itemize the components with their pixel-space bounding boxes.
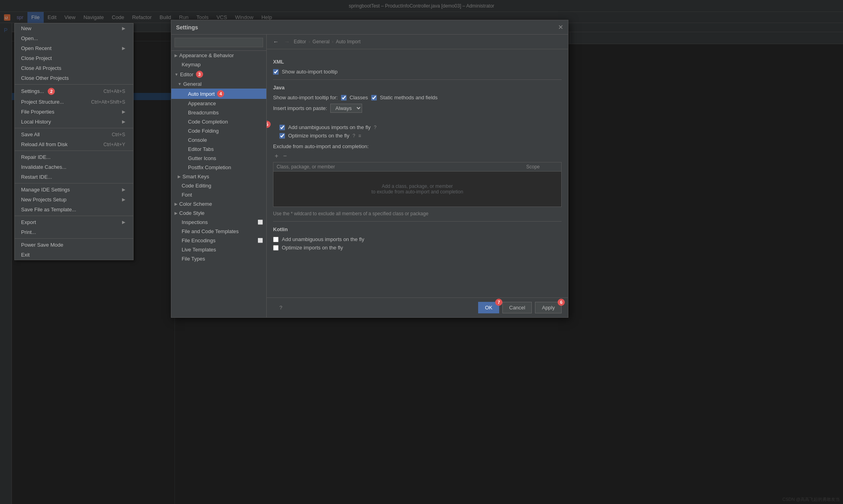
settings-close-button[interactable]: ✕ [558, 23, 563, 31]
menu-new-projects-setup[interactable]: New Projects Setup ▶ [15, 195, 133, 205]
wildcard-note: Use the * wildcard to exclude all member… [273, 211, 492, 216]
menu-new[interactable]: New ▶ [15, 23, 133, 33]
cancel-button[interactable]: Cancel [502, 302, 532, 313]
add-unambiguous-help-icon[interactable]: ? [374, 125, 376, 130]
tree-auto-import[interactable]: Auto Import 4 [171, 89, 266, 99]
settings-dialog: Settings ✕ ▶ Appearance & Behavior [171, 20, 568, 318]
menu-close-project[interactable]: Close Project [15, 53, 133, 63]
menu-open-recent[interactable]: Open Recent ▶ [15, 43, 133, 53]
kotlin-section-label: Kotlin [273, 226, 562, 232]
kotlin-add-unambiguous-checkbox[interactable] [273, 237, 279, 242]
exclude-col-name: Class, package, or member [277, 164, 526, 170]
insert-imports-select[interactable]: Always Ask Never [330, 104, 362, 113]
settings-title: Settings [176, 24, 198, 31]
menu-project-structure[interactable]: Project Structure... Ctrl+Alt+Shift+S [15, 97, 133, 107]
tree-font[interactable]: Font [171, 190, 266, 199]
menu-manage-ide-settings[interactable]: Manage IDE Settings ▶ [15, 185, 133, 195]
divider-1 [15, 84, 133, 85]
divider-2 [15, 128, 133, 128]
badge-5: 5 [267, 121, 271, 128]
ok-badge: 7 [495, 299, 502, 306]
tree-file-types[interactable]: File Types [171, 254, 266, 263]
java-static-label: Static methods and fields [380, 95, 438, 100]
menu-settings[interactable]: Settings... 2 Ctrl+Alt+S [15, 86, 133, 97]
optimize-imports-row: Optimize imports on the fly ? ≡ [279, 133, 562, 139]
menu-close-all-projects[interactable]: Close All Projects [15, 63, 133, 73]
menu-close-other-projects[interactable]: Close Other Projects [15, 73, 133, 83]
tree-code-style[interactable]: ▶ Code Style [171, 209, 266, 218]
tree-keymap[interactable]: Keymap [171, 60, 266, 69]
menu-reload[interactable]: Reload All from Disk Ctrl+Alt+Y [15, 139, 133, 149]
question-button[interactable]: ? [273, 302, 289, 313]
file-dropdown-menu: New ▶ Open... Open Recent ▶ Close Projec… [14, 23, 134, 260]
settings-left-panel: ▶ Appearance & Behavior Keymap ▼ Editor … [171, 35, 267, 317]
settings-search-input[interactable] [174, 38, 263, 47]
tree-breadcrumbs[interactable]: Breadcrumbs [171, 108, 266, 117]
menu-export[interactable]: Export ▶ [15, 217, 133, 227]
settings-tree: ▶ Appearance & Behavior Keymap ▼ Editor … [171, 51, 266, 317]
divider-5 [15, 216, 133, 216]
nav-forward-button[interactable]: → [283, 38, 291, 46]
menu-save-file-as-template[interactable]: Save File as Template... [15, 205, 133, 214]
menu-print[interactable]: Print... [15, 227, 133, 237]
breadcrumb-general: General [312, 39, 329, 44]
menu-restart-ide[interactable]: Restart IDE... [15, 172, 133, 182]
java-classes-checkbox[interactable] [341, 95, 347, 100]
menu-file-properties[interactable]: File Properties ▶ [15, 107, 133, 117]
optimize-imports-help-icon[interactable]: ? [353, 133, 355, 139]
exclude-label: Exclude from auto-import and completion: [273, 143, 562, 149]
tree-general[interactable]: ▼ General [171, 79, 266, 89]
insert-imports-label: Insert imports on paste: [273, 105, 327, 111]
menu-open[interactable]: Open... [15, 33, 133, 43]
tree-postfix-completion[interactable]: Postfix Completion [171, 163, 266, 172]
xml-show-tooltip-checkbox[interactable] [273, 69, 279, 75]
exclude-table-header: Class, package, or member Scope [273, 162, 561, 172]
apply-button-wrap: Apply 6 [535, 302, 562, 313]
exclude-table: Class, package, or member Scope Add a cl… [273, 162, 562, 207]
exclude-remove-button[interactable]: − [281, 152, 288, 160]
tree-appearance-behavior[interactable]: ▶ Appearance & Behavior [171, 51, 266, 60]
tree-code-folding[interactable]: Code Folding [171, 126, 266, 135]
exclude-empty-line2: to exclude from auto-import and completi… [285, 189, 549, 195]
java-show-tooltip-for-row: Show auto-import tooltip for: Classes St… [273, 95, 562, 100]
tree-smart-keys[interactable]: ▶ Smart Keys [171, 172, 266, 181]
tree-inspections[interactable]: Inspections ⬜ [171, 218, 266, 227]
tree-file-code-templates[interactable]: File and Code Templates [171, 227, 266, 236]
breadcrumb-editor: Editor [294, 39, 306, 44]
tree-code-completion[interactable]: Code Completion [171, 117, 266, 126]
settings-footer: ? OK 7 Cancel Apply 6 [267, 297, 568, 317]
java-static-checkbox[interactable] [371, 95, 377, 100]
xml-section-label: XML [273, 59, 562, 65]
add-unambiguous-checkbox[interactable] [279, 125, 285, 130]
tree-editor[interactable]: ▼ Editor 3 [171, 69, 266, 79]
optimize-imports-extra-icon[interactable]: ≡ [359, 133, 361, 139]
exclude-add-button[interactable]: + [273, 152, 280, 160]
tree-code-editing[interactable]: Code Editing [171, 181, 266, 190]
menu-power-save-mode[interactable]: Power Save Mode [15, 240, 133, 250]
nav-back-button[interactable]: ← [271, 38, 280, 46]
tree-editor-tabs[interactable]: Editor Tabs [171, 145, 266, 154]
optimize-imports-label: Optimize imports on the fly [288, 133, 349, 139]
tree-color-scheme[interactable]: ▶ Color Scheme [171, 199, 266, 209]
ok-button-wrap: OK 7 [478, 302, 499, 313]
kotlin-optimize-checkbox[interactable] [273, 245, 279, 251]
java-classes-label: Classes [350, 95, 368, 100]
menu-invalidate-caches[interactable]: Invalidate Caches... [15, 162, 133, 172]
insert-imports-row: Insert imports on paste: Always Ask Neve… [273, 104, 562, 113]
tree-file-encodings[interactable]: File Encodings ⬜ [171, 236, 266, 245]
menu-save-all[interactable]: Save All Ctrl+S [15, 129, 133, 139]
tree-appearance[interactable]: Appearance [171, 99, 266, 108]
settings-right-panel: ← → Editor › General › Auto Import XML S… [267, 35, 568, 317]
divider-4 [15, 183, 133, 183]
menu-exit[interactable]: Exit [15, 250, 133, 260]
tree-live-templates[interactable]: Live Templates [171, 245, 266, 254]
tree-console[interactable]: Console [171, 135, 266, 145]
apply-badge: 6 [558, 299, 565, 306]
tree-gutter-icons[interactable]: Gutter Icons [171, 154, 266, 163]
menu-local-history[interactable]: Local History ▶ [15, 117, 133, 127]
settings-body: ▶ Appearance & Behavior Keymap ▼ Editor … [171, 35, 568, 317]
divider-6 [15, 238, 133, 239]
exclude-table-empty: Add a class, package, or member to exclu… [273, 172, 561, 207]
menu-repair-ide[interactable]: Repair IDE... [15, 152, 133, 162]
optimize-imports-checkbox[interactable] [279, 133, 285, 139]
